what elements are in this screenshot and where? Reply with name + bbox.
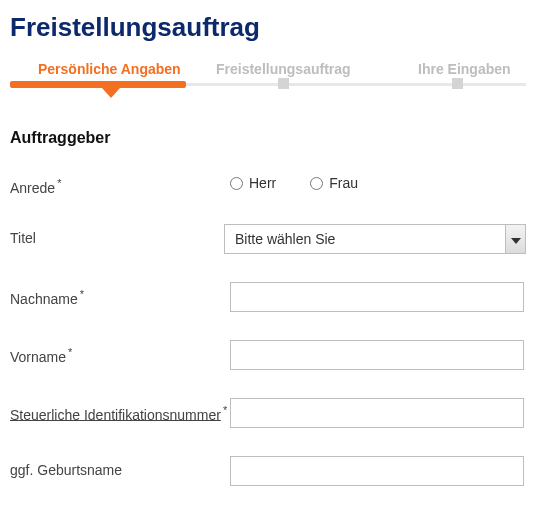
taxid-label: Steuerliche Identifikationsnummer*: [10, 398, 230, 423]
firstname-label: Vorname*: [10, 340, 230, 365]
salutation-label-text: Anrede: [10, 180, 55, 196]
birthname-label: ggf. Geburtsname: [10, 456, 230, 478]
salutation-herr-radio[interactable]: [230, 177, 243, 190]
step-2-marker: [278, 78, 289, 89]
salutation-herr[interactable]: Herr: [230, 175, 276, 191]
salutation-herr-label: Herr: [249, 175, 276, 191]
salutation-label: Anrede*: [10, 171, 230, 196]
lastname-label: Nachname*: [10, 282, 230, 307]
step-pointer: [102, 88, 120, 98]
wizard-steps: Persönliche Angaben Freistellungsauftrag…: [10, 61, 526, 95]
page-title: Freistellungsauftrag: [10, 12, 526, 43]
taxid-input[interactable]: [230, 398, 524, 428]
required-marker: *: [57, 177, 61, 189]
step-3-marker: [452, 78, 463, 89]
steps-track-active: [10, 81, 186, 88]
taxid-label-text: Steuerliche Identifikationsnummer: [10, 406, 221, 422]
lastname-label-text: Nachname: [10, 290, 78, 306]
salutation-frau[interactable]: Frau: [310, 175, 358, 191]
salutation-frau-label: Frau: [329, 175, 358, 191]
required-marker: *: [223, 404, 227, 416]
required-marker: *: [68, 346, 72, 358]
step-3[interactable]: Ihre Eingaben: [418, 61, 511, 77]
svg-marker-0: [511, 238, 521, 244]
step-1[interactable]: Persönliche Angaben: [38, 61, 181, 77]
required-marker: *: [80, 288, 84, 300]
salutation-frau-radio[interactable]: [310, 177, 323, 190]
title-select[interactable]: Bitte wählen Sie: [224, 224, 526, 254]
lastname-input[interactable]: [230, 282, 524, 312]
section-heading: Auftraggeber: [10, 129, 526, 147]
firstname-label-text: Vorname: [10, 348, 66, 364]
birthname-input[interactable]: [230, 456, 524, 486]
step-2[interactable]: Freistellungsauftrag: [216, 61, 351, 77]
firstname-input[interactable]: [230, 340, 524, 370]
title-select-button[interactable]: [505, 225, 525, 253]
chevron-down-icon: [511, 231, 521, 247]
title-select-value: Bitte wählen Sie: [235, 231, 335, 247]
title-label: Titel: [10, 224, 224, 246]
salutation-radios: Herr Frau: [230, 171, 526, 191]
